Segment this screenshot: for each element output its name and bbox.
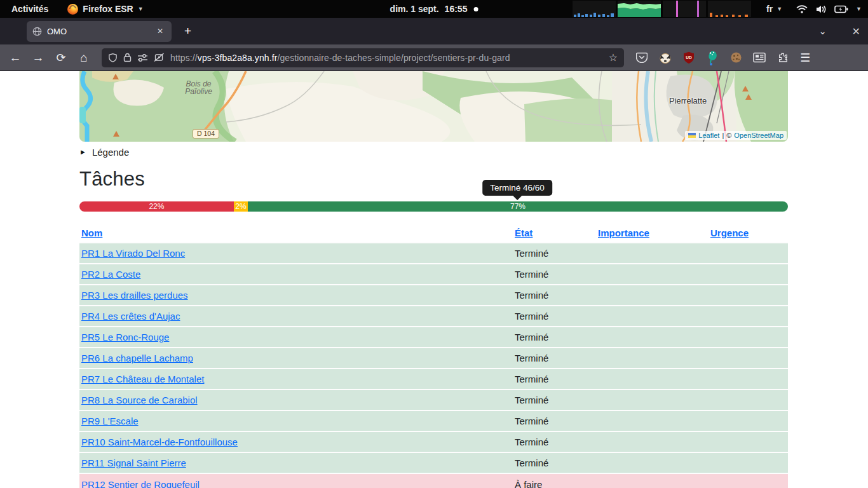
progress-segment: 22% (79, 201, 234, 212)
task-link[interactable]: PR9 L'Escale (81, 416, 139, 426)
forward-button[interactable]: → (28, 48, 48, 67)
task-link[interactable]: PR5 Le Ronc-Rouge (81, 332, 169, 342)
task-link[interactable]: PR10 Saint-Marcel-de-Fontfouillouse (81, 437, 238, 447)
tab-title: OMO (47, 27, 149, 36)
task-link[interactable]: PR4 Les crêtes d'Aujac (81, 311, 180, 322)
task-status-cell: Terminé (513, 243, 596, 264)
newspaper-icon[interactable] (752, 50, 767, 65)
task-link[interactable]: PR11 Signal Saint Pierre (81, 458, 186, 468)
task-importance-cell (596, 285, 709, 306)
list-all-tabs-icon[interactable]: ⌄ (819, 26, 827, 36)
firefox-toolbar: ← → ⟳ ⌂ https://vps-3fba2a8a.y (0, 44, 868, 71)
ukraine-flag-icon (688, 133, 696, 138)
task-urgence-cell (709, 410, 788, 431)
task-importance-cell (596, 452, 709, 473)
header-nom: Nom (79, 224, 513, 243)
new-tab-button[interactable]: + (180, 24, 195, 38)
table-row: PR5 Le Ronc-Rouge Terminé (79, 327, 788, 348)
progress-tooltip: Terminé 46/60 (482, 180, 552, 196)
url-bar[interactable]: https://vps-3fba2a8a.ynh.fr/gestionnaire… (102, 48, 624, 67)
reload-button[interactable]: ⟳ (51, 48, 71, 67)
task-link[interactable]: PR8 La Source de Carabiol (81, 395, 198, 405)
task-importance-cell (596, 369, 709, 390)
task-status-cell: Terminé (513, 348, 596, 369)
task-importance-cell (596, 431, 709, 452)
privacy-badger-icon[interactable] (658, 50, 673, 65)
task-link[interactable]: PR7 Le Château de Montalet (81, 374, 204, 384)
task-urgence-cell (709, 306, 788, 327)
task-importance-cell (596, 327, 709, 348)
leaflet-link[interactable]: Leaflet (698, 132, 719, 139)
system-monitor-applet[interactable] (573, 1, 751, 17)
page-title: Tâches (79, 166, 788, 193)
task-status-cell: Terminé (513, 264, 596, 285)
table-row: PR6 La chapelle Lachamp Terminé (79, 348, 788, 369)
task-status-cell: Terminé (513, 369, 596, 390)
chevron-down-icon: ▼ (856, 6, 862, 12)
table-row: PR11 Signal Saint Pierre Terminé (79, 452, 788, 473)
osm-link[interactable]: OpenStreetMap (734, 132, 783, 139)
task-importance-cell (596, 264, 709, 285)
triangle-right-icon: ► (79, 148, 86, 156)
task-name-cell: PR5 Le Ronc-Rouge (79, 327, 513, 348)
tab-close-icon[interactable]: ✕ (154, 25, 166, 37)
sort-importance-link[interactable]: Importance (598, 227, 649, 238)
permissions-icon[interactable] (137, 53, 148, 62)
back-button[interactable]: ← (5, 48, 25, 67)
window-close-icon[interactable]: ✕ (852, 25, 860, 37)
cookie-extension-icon[interactable] (728, 50, 743, 65)
task-name-cell: PR1 La Virado Del Ronc (79, 243, 513, 264)
clock[interactable]: dim. 1 sept. 16:55 (390, 4, 468, 14)
task-name-cell: PR8 La Source de Carabiol (79, 390, 513, 410)
autoplay-blocked-icon[interactable] (154, 53, 165, 62)
sort-urgence-link[interactable]: Urgence (710, 227, 749, 238)
tasks-table: Nom État Importance Urgence PR1 La Virad… (79, 224, 788, 488)
ublock-icon[interactable]: UD (681, 50, 696, 65)
task-name-cell: PR4 Les crêtes d'Aujac (79, 306, 513, 327)
bookmark-star-icon[interactable]: ☆ (609, 51, 618, 64)
keyboard-layout-indicator[interactable]: fr ▼ (766, 4, 782, 14)
task-link[interactable]: PR2 La Coste (81, 269, 140, 280)
url-text[interactable]: https://vps-3fba2a8a.ynh.fr/gestionnaire… (170, 53, 603, 63)
task-status-cell: À faire (513, 473, 596, 488)
pocket-icon[interactable] (634, 50, 649, 65)
activities-button[interactable]: Activités (9, 3, 51, 15)
table-header-row: Nom État Importance Urgence (79, 224, 788, 243)
task-importance-cell (596, 243, 709, 264)
legend-toggle[interactable]: ► Légende (79, 146, 788, 158)
menu-icon[interactable]: ☰ (800, 51, 810, 65)
task-importance-cell (596, 473, 709, 488)
home-button[interactable]: ⌂ (74, 48, 94, 67)
task-link[interactable]: PR1 La Virado Del Ronc (81, 248, 185, 259)
clock-time: 16:55 (445, 4, 468, 14)
recording-indicator-icon (473, 7, 478, 11)
lock-icon[interactable] (123, 53, 132, 62)
table-row: PR12 Sentier de Roquefeuil À faire (79, 473, 788, 488)
table-row: PR3 Les drailles perdues Terminé (79, 285, 788, 306)
leaflet-map[interactable]: Bois de Païolive D 104 Pierrelatte Leafl… (79, 71, 788, 142)
task-name-cell: PR12 Sentier de Roquefeuil (79, 473, 513, 488)
task-link[interactable]: PR12 Sentier de Roquefeuil (81, 479, 200, 488)
app-menu[interactable]: Firefox ESR ▼ (67, 4, 143, 15)
task-importance-cell (596, 348, 709, 369)
teal-extension-icon[interactable] (705, 50, 720, 65)
system-tray[interactable]: ▼ (796, 4, 862, 14)
globe-icon (32, 27, 42, 36)
progress-section: Terminé 46/60 22%2%77% (79, 201, 788, 212)
firefox-tab-bar: OMO ✕ + ⌄ ✕ (0, 18, 868, 44)
task-status-cell: Terminé (513, 390, 596, 410)
tracking-shield-icon[interactable] (108, 53, 118, 63)
table-row: PR2 La Coste Terminé (79, 264, 788, 285)
task-link[interactable]: PR3 Les drailles perdues (81, 290, 188, 301)
table-row: PR4 Les crêtes d'Aujac Terminé (79, 306, 788, 327)
task-urgence-cell (709, 473, 788, 488)
progress-segment: 2% (234, 201, 248, 212)
task-link[interactable]: PR6 La chapelle Lachamp (81, 353, 193, 363)
sort-nom-link[interactable]: Nom (81, 227, 102, 238)
extensions-puzzle-icon[interactable] (775, 50, 790, 65)
sort-etat-link[interactable]: État (515, 227, 532, 238)
task-name-cell: PR2 La Coste (79, 264, 513, 285)
task-urgence-cell (709, 452, 788, 473)
header-etat: État (513, 224, 596, 243)
browser-tab[interactable]: OMO ✕ (27, 21, 172, 42)
